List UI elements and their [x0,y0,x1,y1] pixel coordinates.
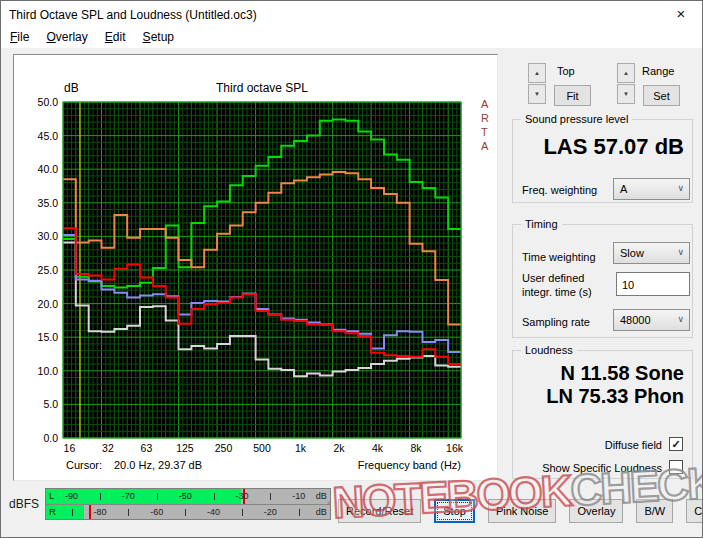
window-title: Third Octave SPL and Loudness (Untitled.… [9,8,257,22]
diffuse-field-checkbox[interactable]: ✓ [669,437,683,451]
close-icon[interactable]: × [660,1,702,28]
chevron-down-icon: ∨ [677,247,684,257]
menu-file[interactable]: File [10,30,29,44]
svg-text:32: 32 [102,442,114,454]
meter-channel-name: L [49,490,54,501]
svg-text:10.0: 10.0 [38,365,59,377]
integr-time-input[interactable] [616,272,690,296]
sampling-rate-combobox[interactable]: 48000 ∨ [613,309,690,331]
meter-tick [242,509,243,516]
svg-text:dB: dB [64,81,79,95]
svg-text:20.0: 20.0 [38,298,59,310]
chevron-down-icon: ∨ [677,183,684,193]
meter-tick [270,493,271,500]
svg-text:1k: 1k [295,442,307,454]
svg-text:A: A [481,98,489,110]
meter-peak-marker [89,505,91,519]
meter-tick [100,493,101,500]
meter-tick [185,509,186,516]
menu-edit[interactable]: Edit [105,30,126,44]
timing-group: Timing Time weighting Slow ∨ User define… [512,224,693,338]
svg-text:A: A [481,140,489,152]
time-weighting-combobox[interactable]: Slow ∨ [613,242,690,264]
meter-tick [128,509,129,516]
svg-text:5.0: 5.0 [43,398,58,410]
svg-text:45.0: 45.0 [38,130,59,142]
third-octave-spl-chart[interactable]: Third octave SPLdB0.05.010.015.020.025.0… [14,55,497,480]
level-meter: L-90-70-50-30-10dB R-80-60-40-20dB [45,488,331,520]
meter-tick [299,509,300,516]
range-down-spinner[interactable]: ▼ [617,84,635,104]
loudness-sone-value: N 11.58 Sone [561,362,684,385]
title-bar: Third Octave SPL and Loudness (Untitled.… [1,1,702,29]
meter-tick [72,509,73,516]
stop-button[interactable]: Stop [434,499,475,523]
svg-text:40.0: 40.0 [38,163,59,175]
meter-tick [157,493,158,500]
freq-weighting-combobox[interactable]: A ∨ [613,178,690,200]
menu-overlay[interactable]: Overlay [46,30,87,44]
meter-scale-label: -60 [150,507,163,517]
set-button[interactable]: Set [643,85,680,106]
svg-text:20.0 Hz, 29.37 dB: 20.0 Hz, 29.37 dB [114,459,202,471]
svg-text:500: 500 [253,442,271,454]
dbfs-label: dBFS [9,497,39,511]
spl-chart-panel[interactable]: Third octave SPLdB0.05.010.015.020.025.0… [13,54,498,481]
svg-text:250: 250 [215,442,233,454]
record-reset-button[interactable]: Record/Reset [338,499,421,523]
loudness-group: Loudness N 11.58 Sone LN 75.33 Phon Diff… [512,350,693,479]
svg-text:35.0: 35.0 [38,197,59,209]
integr-time-label-line2: integr. time (s) [522,286,592,298]
meter-scale-label: -20 [264,507,277,517]
fit-button[interactable]: Fit [554,85,591,106]
top-label: Top [557,65,575,77]
meter-row-L: L-90-70-50-30-10dB [46,489,330,504]
chevron-down-icon: ∨ [677,314,684,324]
svg-text:Frequency band (Hz): Frequency band (Hz) [358,459,461,471]
spl-value: LAS 57.07 dB [543,134,684,160]
meter-scale-label: -10 [292,491,305,501]
meter-unit-label: dB [316,491,327,501]
svg-text:Third octave SPL: Third octave SPL [216,81,308,95]
meter-tick [214,493,215,500]
svg-text:15.0: 15.0 [38,331,59,343]
loudness-phon-value: LN 75.33 Phon [546,385,684,408]
menu-setup[interactable]: Setup [143,30,174,44]
show-specific-loudness-label: Show Specific Loudness [542,462,662,474]
range-label: Range [642,65,674,77]
svg-text:125: 125 [176,442,194,454]
top-down-spinner[interactable]: ▼ [528,84,546,104]
sampling-rate-label: Sampling rate [522,316,590,328]
svg-text:30.0: 30.0 [38,230,59,242]
window-header: Third Octave SPL and Loudness (Untitled.… [1,1,702,48]
app-window: Third Octave SPL and Loudness (Untitled.… [0,0,703,538]
range-up-spinner[interactable]: ▲ [617,63,635,83]
meter-row-R: R-80-60-40-20dB [46,504,330,519]
svg-text:16: 16 [64,442,76,454]
transport-button-row: Record/Reset Stop Pink Noise Overlay B/W… [338,499,703,523]
svg-text:0.0: 0.0 [43,432,58,444]
show-specific-loudness-checkbox[interactable] [669,460,683,474]
copy-button[interactable]: Copy [686,499,703,523]
meter-scale-label: -40 [207,507,220,517]
meter-scale-label: -90 [65,491,78,501]
timing-group-title: Timing [521,218,562,230]
overlay-button[interactable]: Overlay [569,499,623,523]
meter-scale-label: -30 [235,491,248,501]
meter-channel-name: R [49,506,56,517]
svg-text:Cursor:: Cursor: [66,459,102,471]
svg-text:50.0: 50.0 [38,96,59,108]
svg-text:2k: 2k [333,442,345,454]
top-up-spinner[interactable]: ▲ [528,63,546,83]
meter-scale-label: -80 [93,507,106,517]
meter-scale-label: -50 [179,491,192,501]
meter-unit-label: dB [316,507,327,517]
sound-pressure-level-group: Sound pressure level LAS 57.07 dB Freq. … [512,119,693,203]
time-weighting-label: Time weighting [522,251,596,263]
freq-weighting-label: Freq. weighting [522,184,597,196]
bw-button[interactable]: B/W [636,499,673,523]
loudness-group-title: Loudness [521,344,577,356]
pink-noise-button[interactable]: Pink Noise [488,499,557,523]
svg-text:T: T [481,126,488,138]
svg-text:63: 63 [141,442,153,454]
